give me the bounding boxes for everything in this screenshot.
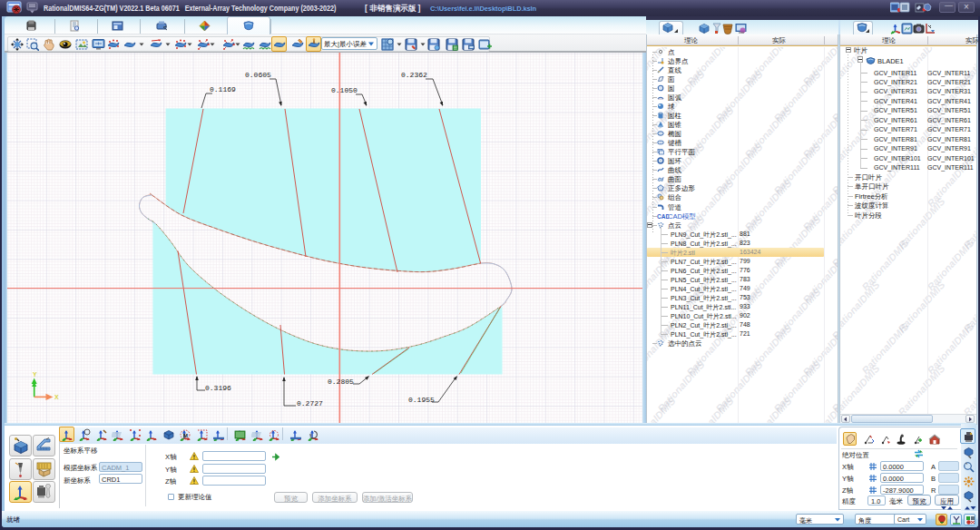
svg-text:Y: Y	[33, 371, 37, 378]
svg-text:M: M	[183, 433, 188, 438]
svg-text:X: X	[54, 394, 59, 400]
